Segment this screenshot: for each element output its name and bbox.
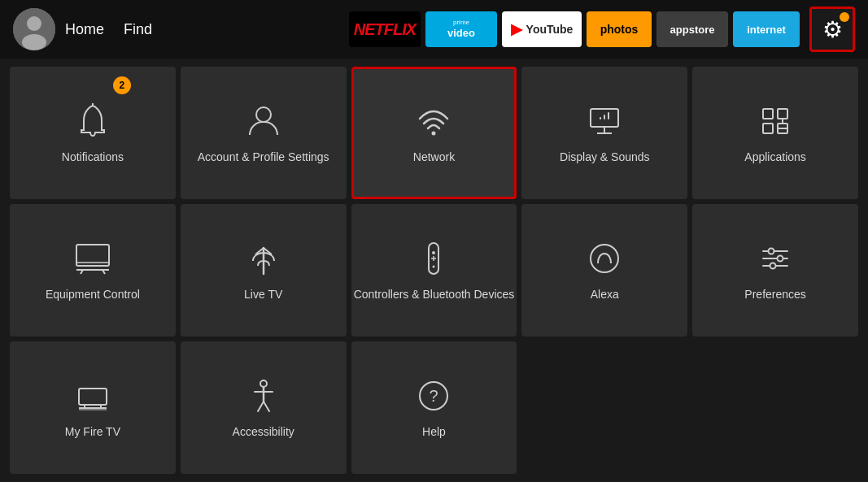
livetv-label: Live TV (244, 287, 282, 302)
nav-links: Home Find (65, 21, 152, 38)
svg-point-4 (256, 107, 271, 122)
preferences-label: Preferences (744, 287, 805, 302)
grid-item-applications[interactable]: Applications (692, 67, 858, 199)
netflix-button[interactable]: NETFLIX (349, 11, 421, 47)
svg-rect-34 (79, 389, 107, 405)
grid-item-myfiretv[interactable]: My Fire TV (10, 341, 176, 474)
youtube-play-icon: ▶ (511, 20, 522, 38)
settings-button[interactable]: ⚙ (809, 7, 855, 52)
grid-item-livetv[interactable]: Live TV (181, 204, 347, 337)
svg-point-32 (778, 256, 783, 262)
internet-button[interactable]: internet (733, 11, 800, 47)
nav-find[interactable]: Find (124, 21, 152, 38)
remote-icon (413, 238, 454, 279)
settings-notification-dot (840, 12, 849, 22)
account-label: Account & Profile Settings (198, 150, 329, 164)
prime-bottom-label: video (447, 27, 475, 40)
network-label: Network (413, 150, 455, 164)
prime-video-button[interactable]: prime video (425, 11, 497, 47)
settings-grid: 2 Notifications Account & Profile Settin… (0, 59, 868, 482)
grid-item-equipment[interactable]: Equipment Control (10, 204, 176, 337)
help-label: Help (422, 424, 446, 439)
help-icon: ? (413, 376, 454, 416)
antenna-icon (243, 238, 284, 279)
svg-rect-9 (763, 109, 773, 119)
svg-point-23 (432, 251, 435, 254)
svg-point-27 (591, 245, 618, 272)
grid-item-alexa[interactable]: Alexa (521, 204, 687, 337)
svg-rect-10 (763, 124, 773, 133)
firetv-icon (72, 376, 113, 416)
accessibility-label: Accessibility (233, 424, 294, 439)
top-navigation: Home Find NETFLIX prime video ▶ YouTube … (0, 0, 868, 59)
svg-point-31 (769, 249, 774, 254)
svg-point-5 (432, 132, 436, 136)
svg-line-43 (264, 402, 269, 411)
youtube-button[interactable]: ▶ YouTube (502, 11, 582, 47)
applications-label: Applications (744, 150, 806, 164)
prime-top-label: prime (453, 19, 469, 27)
grid-item-notifications[interactable]: 2 Notifications (10, 67, 176, 199)
notifications-label: Notifications (62, 150, 124, 164)
streaming-shortcuts: NETFLIX prime video ▶ YouTube photos app… (349, 11, 800, 47)
sliders-icon (755, 238, 796, 279)
equipment-label: Equipment Control (46, 287, 140, 302)
svg-line-42 (258, 402, 264, 411)
bell-icon (72, 101, 113, 141)
avatar[interactable] (13, 8, 55, 50)
grid-item-display[interactable]: Display & Sounds (521, 67, 687, 199)
appstore-button[interactable]: appstore (656, 11, 728, 47)
svg-point-33 (770, 263, 776, 269)
alexa-icon (584, 238, 625, 279)
gear-icon: ⚙ (822, 16, 843, 43)
svg-point-26 (433, 266, 435, 268)
svg-text:?: ? (430, 387, 438, 405)
grid-item-preferences[interactable]: Preferences (692, 204, 858, 337)
photos-button[interactable]: photos (587, 11, 652, 47)
svg-point-1 (27, 16, 41, 31)
grid-item-account[interactable]: Account & Profile Settings (181, 67, 347, 199)
wifi-icon (413, 101, 454, 141)
notification-badge: 2 (113, 76, 131, 94)
grid-item-accessibility[interactable]: Accessibility (181, 341, 347, 474)
svg-rect-11 (778, 109, 787, 119)
grid-item-help[interactable]: ? Help (351, 341, 517, 474)
display-label: Display & Sounds (560, 150, 650, 164)
accessibility-icon (243, 376, 284, 416)
grid-item-network[interactable]: Network (351, 67, 517, 199)
myfiretv-label: My Fire TV (65, 424, 120, 439)
youtube-label: YouTube (526, 23, 574, 36)
alexa-label: Alexa (591, 287, 619, 302)
person-icon (243, 101, 284, 141)
tv-icon (72, 238, 113, 279)
display-icon (584, 101, 625, 141)
svg-point-2 (22, 34, 46, 50)
avatar-image (13, 8, 55, 50)
nav-home[interactable]: Home (65, 21, 104, 38)
controllers-label: Controllers & Bluetooth Devices (354, 287, 515, 302)
grid-item-controllers[interactable]: Controllers & Bluetooth Devices (351, 204, 517, 337)
apps-icon (755, 101, 796, 141)
